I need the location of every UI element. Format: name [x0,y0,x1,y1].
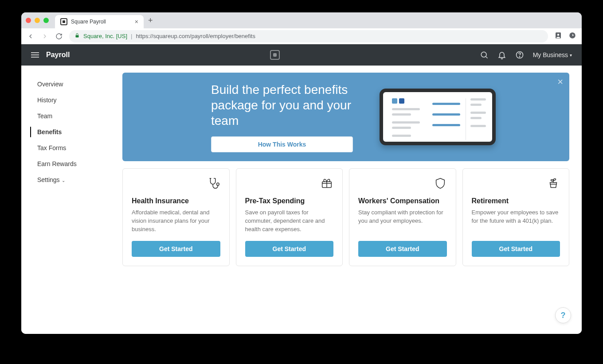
card-title: Pre-Tax Spending [245,197,334,205]
svg-point-8 [519,57,520,57]
square-logo-icon[interactable] [270,50,280,60]
profile-icon[interactable] [554,31,562,41]
extensions-icon[interactable] [568,31,576,41]
card-title: Retirement [472,197,560,205]
svg-point-2 [557,34,560,36]
hero-headline: Build the perfect benefits package for y… [211,82,362,128]
card-title: Health Insurance [132,197,220,205]
tab-title: Square Payroll [71,19,106,25]
sidebar-item-tax-forms[interactable]: Tax Forms [21,140,122,156]
window-minimize[interactable] [35,18,40,23]
how-this-works-button[interactable]: How This Works [211,136,353,152]
chevron-down-icon: ▾ [570,53,572,58]
app-header: Payroll My Business ▾ [21,44,582,66]
chevron-down-icon: ⌄ [62,178,65,183]
plant-icon [547,177,560,192]
sidebar-item-history[interactable]: History [21,92,122,108]
svg-line-6 [486,57,487,58]
get-started-button[interactable]: Get Started [472,241,560,257]
address-bar[interactable]: Square, Inc. [US] | https://squareup.com… [69,30,548,43]
svg-point-5 [481,52,486,57]
url-text: https://squareup.com/payroll/employer/be… [136,33,255,39]
benefit-cards: Health Insurance Affordable medical, den… [122,168,569,266]
business-switcher[interactable]: My Business ▾ [533,51,572,58]
menu-icon[interactable] [31,52,39,58]
toolbar-right [554,31,576,41]
search-icon[interactable] [480,50,489,59]
svg-rect-0 [76,35,79,38]
hero-illustration [375,89,552,145]
window-controls [26,18,49,23]
close-icon[interactable]: × [557,77,563,87]
sidebar-item-overview[interactable]: Overview [21,76,122,92]
sidebar-item-team[interactable]: Team [21,108,122,124]
card-title: Workers' Compensation [358,197,447,205]
square-favicon-icon [60,18,67,25]
new-tab-button[interactable]: + [148,16,153,25]
window-zoom[interactable] [43,18,49,23]
sidebar-item-benefits[interactable]: Benefits [21,124,122,140]
card-retirement: Retirement Empower your employees to sav… [462,168,570,266]
tab-close-icon[interactable]: × [135,18,138,25]
card-desc: Empower your employees to save for the f… [472,209,560,234]
browser-toolbar: Square, Inc. [US] | https://squareup.com… [21,28,582,44]
card-pretax-spending: Pre-Tax Spending Save on payroll taxes f… [236,168,343,266]
hero-banner: × Build the perfect benefits package for… [122,73,569,161]
gift-box-icon [320,177,333,192]
card-workers-comp: Workers' Compensation Stay compliant wit… [349,168,456,266]
help-icon[interactable] [515,50,524,59]
notifications-icon[interactable] [497,50,506,59]
nav-back-icon[interactable] [27,33,35,40]
card-desc: Stay compliant with protection for you a… [358,209,447,234]
card-desc: Affordable medical, dental and vision in… [132,209,220,234]
browser-tab-strip: Square Payroll × + [21,12,582,28]
card-desc: Save on payroll taxes for commuter, depe… [245,209,334,234]
cert-org: Square, Inc. [US] [83,33,127,39]
window-close[interactable] [26,18,31,23]
get-started-button[interactable]: Get Started [245,241,334,257]
browser-window: Square Payroll × + Square, Inc. [US] | h… [21,12,582,334]
app-title: Payroll [46,51,70,59]
nav-forward-icon [41,33,49,40]
stethoscope-icon [207,177,220,192]
sidebar-item-earn-rewards[interactable]: Earn Rewards [21,156,122,172]
sidebar-item-settings[interactable]: Settings⌄ [21,172,122,189]
nav-reload-icon[interactable] [55,33,63,40]
get-started-button[interactable]: Get Started [358,241,447,257]
get-started-button[interactable]: Get Started [132,241,220,257]
card-health-insurance: Health Insurance Affordable medical, den… [122,168,230,266]
help-bubble-button[interactable]: ? [555,307,571,323]
browser-tab[interactable]: Square Payroll × [55,15,144,28]
lock-icon [74,33,80,39]
shield-icon [434,177,447,192]
main-content: × Build the perfect benefits package for… [122,66,582,334]
sidebar: Overview History Team Benefits Tax Forms… [21,66,122,334]
